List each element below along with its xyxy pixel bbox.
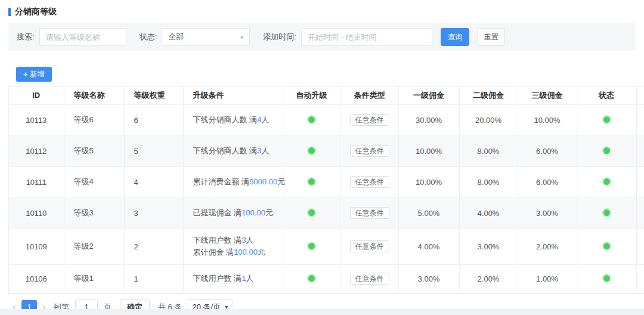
title-accent-bar — [8, 8, 11, 16]
cell-auto-upgrade — [283, 166, 340, 197]
status-select-value: 全部 — [168, 32, 184, 42]
cell-commission-2: 20.00% — [459, 104, 518, 135]
cell-level-name: 等级3 — [64, 197, 124, 228]
cell-clipped — [636, 166, 644, 197]
cell-commission-3: 1.00% — [518, 264, 577, 293]
condition-unit: 人 — [246, 236, 253, 245]
cell-id: 10106 — [9, 264, 64, 293]
cell-commission-2: 2.00% — [459, 264, 518, 293]
bottom-strip — [0, 309, 644, 315]
condition-text: 下线分销商人数 满 — [193, 115, 258, 124]
table-row: 10112 等级5 5 下线分销商人数 满3人 任意条件 10.00% 8.00… — [9, 135, 644, 166]
cell-condition-type: 任意条件 — [340, 166, 398, 197]
status-label: 状态: — [140, 32, 157, 42]
table-row: 10113 等级6 6 下线分销商人数 满4人 任意条件 30.00% 20.0… — [9, 104, 644, 135]
col-header-id: ID — [9, 87, 64, 104]
search-input[interactable] — [39, 28, 126, 46]
cell-commission-2: 4.00% — [459, 197, 518, 228]
chevron-down-icon: ▾ — [240, 34, 243, 41]
cell-level-weight: 1 — [124, 264, 183, 293]
cell-level-weight: 4 — [124, 166, 183, 197]
cell-commission-3: 10.00% — [518, 104, 577, 135]
condition-type-tag: 任意条件 — [350, 273, 389, 285]
col-header-upgrade-condition: 升级条件 — [183, 87, 283, 104]
table-row: 10111 等级4 4 累计消费金额 满5000.00元 任意条件 10.00%… — [9, 166, 644, 197]
table-row: 10106 等级1 1 下线用户数 满1人 任意条件 3.00% 2.00% 1… — [9, 264, 644, 293]
date-range-input[interactable] — [301, 28, 432, 46]
cell-level-name: 等级1 — [64, 264, 124, 293]
condition-type-tag: 任意条件 — [350, 240, 389, 252]
condition-unit: 人 — [261, 146, 269, 155]
cell-auto-upgrade — [283, 104, 340, 135]
reset-button[interactable]: 重置 — [478, 28, 505, 46]
cell-id: 10113 — [9, 104, 64, 135]
col-header-status: 状态 — [577, 87, 636, 104]
cell-upgrade-condition: 下线用户数 满3人 累计佣金 满100.00元 — [183, 228, 283, 264]
col-header-commission-1: 一级佣金 — [398, 87, 459, 104]
query-button[interactable]: 查询 — [441, 28, 469, 46]
condition-value: 5000.00 — [249, 177, 277, 186]
status-on-dot — [603, 243, 610, 249]
status-on-dot — [603, 178, 610, 185]
cell-condition-type: 任意条件 — [340, 264, 398, 293]
condition-unit: 元 — [258, 248, 265, 257]
status-on-dot — [603, 209, 610, 216]
condition-type-tag: 任意条件 — [350, 176, 389, 188]
cell-commission-3: 2.00% — [518, 228, 577, 264]
page-title: 分销商等级 — [15, 7, 57, 17]
cell-condition-type: 任意条件 — [340, 197, 398, 228]
cell-clipped — [636, 135, 644, 166]
add-level-button[interactable]: + 新增 — [16, 67, 52, 82]
cell-upgrade-condition: 累计消费金额 满5000.00元 — [183, 166, 283, 197]
condition-text: 下线用户数 满 — [193, 274, 242, 283]
condition-unit: 元 — [277, 177, 285, 186]
cell-level-name: 等级5 — [64, 135, 124, 166]
condition-type-tag: 任意条件 — [350, 145, 389, 157]
condition-text: 累计佣金 满 — [193, 248, 234, 257]
cell-commission-3: 6.00% — [518, 135, 577, 166]
col-header-auto-upgrade: 自动升级 — [283, 87, 340, 104]
cell-status — [577, 197, 636, 228]
condition-text: 已提现佣金 满 — [193, 208, 242, 217]
cell-id: 10112 — [9, 135, 64, 166]
col-header-commission-3: 三级佣金 — [518, 87, 577, 104]
cell-status — [577, 228, 636, 264]
cell-level-weight: 3 — [124, 197, 183, 228]
col-header-clipped — [636, 87, 644, 104]
cell-status — [577, 104, 636, 135]
condition-unit: 元 — [265, 208, 273, 217]
col-header-level-weight: 等级权重 — [124, 87, 183, 104]
cell-auto-upgrade — [283, 197, 340, 228]
cell-auto-upgrade — [283, 264, 340, 293]
status-select[interactable]: 全部 ▾ — [162, 28, 250, 46]
cell-commission-1: 4.00% — [398, 228, 459, 264]
col-header-level-name: 等级名称 — [64, 87, 124, 104]
cell-level-weight: 5 — [124, 135, 183, 166]
table-toolbar: + 新增 — [16, 67, 644, 82]
cell-commission-2: 3.00% — [459, 228, 518, 264]
table-header-row: ID 等级名称 等级权重 升级条件 自动升级 条件类型 一级佣金 二级佣金 三级… — [9, 87, 644, 104]
condition-unit: 人 — [261, 115, 269, 124]
auto-upgrade-on-dot — [308, 147, 315, 154]
cell-status — [577, 135, 636, 166]
cell-commission-2: 8.00% — [459, 135, 518, 166]
cell-level-weight: 2 — [124, 228, 183, 264]
plus-icon: + — [23, 70, 28, 79]
auto-upgrade-on-dot — [308, 243, 315, 249]
auto-upgrade-on-dot — [308, 275, 315, 282]
cell-clipped — [636, 104, 644, 135]
cell-condition-type: 任意条件 — [340, 228, 398, 264]
condition-text: 累计消费金额 满 — [193, 177, 250, 186]
cell-status — [577, 166, 636, 197]
search-label: 搜索: — [17, 32, 35, 42]
levels-table: ID 等级名称 等级权重 升级条件 自动升级 条件类型 一级佣金 二级佣金 三级… — [8, 86, 644, 294]
cell-commission-1: 3.00% — [398, 264, 459, 293]
condition-value: 100.00 — [242, 208, 265, 217]
cell-id: 10109 — [9, 228, 64, 264]
condition-text: 下线用户数 满 — [193, 236, 242, 245]
status-on-dot — [603, 147, 610, 154]
col-header-condition-type: 条件类型 — [340, 87, 398, 104]
cell-commission-1: 10.00% — [398, 135, 459, 166]
cell-commission-1: 30.00% — [398, 104, 459, 135]
cell-auto-upgrade — [283, 228, 340, 264]
